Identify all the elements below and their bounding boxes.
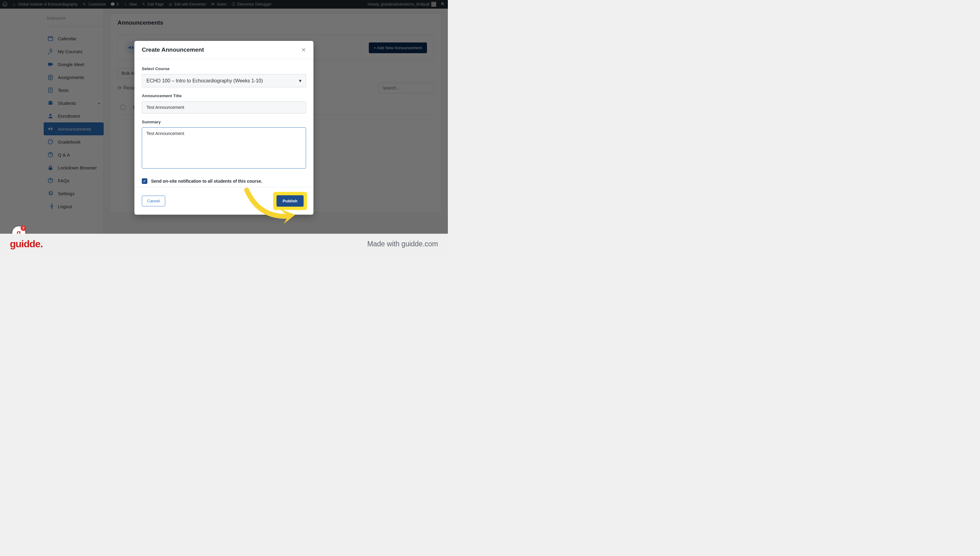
publish-highlight: Publish: [274, 193, 306, 209]
publish-button[interactable]: Publish: [277, 195, 304, 207]
notify-checkbox[interactable]: ✓: [142, 178, 147, 184]
modal-title: Create Announcement: [142, 47, 204, 53]
create-announcement-modal: Create Announcement Select Course ECHO 1…: [134, 41, 314, 215]
summary-label: Summary: [142, 120, 306, 124]
notify-label: Send on-site notification to all student…: [151, 179, 262, 184]
title-label: Announcement Title: [142, 94, 306, 98]
summary-textarea[interactable]: [142, 127, 306, 168]
guidde-logo: guidde: [10, 238, 43, 250]
cancel-button[interactable]: Cancel: [142, 196, 165, 206]
modal-close-button[interactable]: [301, 47, 306, 52]
course-select[interactable]: ECHO 100 – Intro to Echocardiography (We…: [142, 74, 306, 87]
footer: guidde Made with guidde.com: [0, 234, 448, 254]
made-with: Made with guidde.com: [367, 240, 438, 248]
chevron-down-icon: ▾: [299, 78, 301, 84]
badge-count: 7: [21, 225, 26, 231]
modal-wrap: Create Announcement Select Course ECHO 1…: [0, 0, 448, 254]
announcement-title-input[interactable]: [142, 101, 306, 113]
notify-row[interactable]: ✓ Send on-site notification to all stude…: [142, 178, 306, 184]
close-icon: [301, 47, 306, 52]
select-course-label: Select Course: [142, 66, 306, 71]
